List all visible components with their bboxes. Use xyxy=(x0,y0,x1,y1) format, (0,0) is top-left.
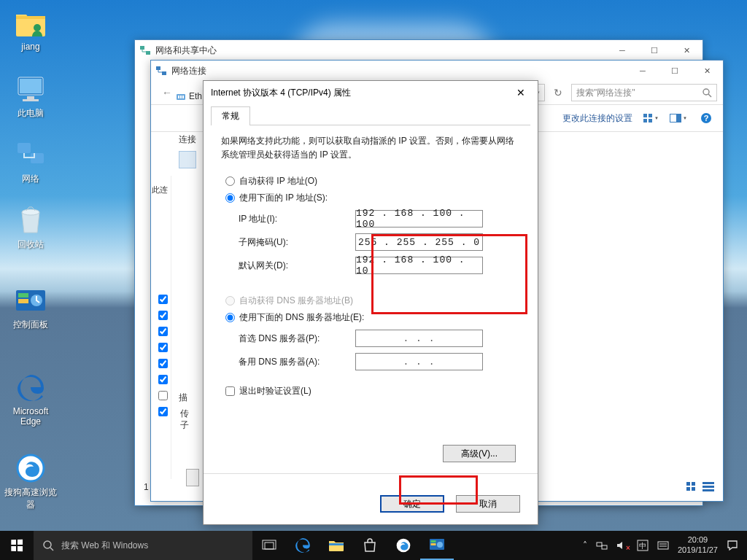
view-details[interactable] xyxy=(703,482,714,492)
task-view-button[interactable] xyxy=(252,531,286,560)
svg-rect-9 xyxy=(18,293,28,298)
svg-rect-3 xyxy=(27,96,34,99)
view-large-icons[interactable] xyxy=(686,482,698,492)
nsc-item-marker: 1 xyxy=(144,482,149,492)
label-ip-address: IP 地址(I): xyxy=(239,213,355,225)
adapter-icon-fragment xyxy=(179,151,196,168)
advanced-button[interactable]: 高级(V)... xyxy=(443,445,516,462)
taskbar-app-sogou[interactable] xyxy=(387,531,420,560)
checkbox-item[interactable] xyxy=(158,311,168,320)
window-title: 网络和共享中心 xyxy=(155,44,217,57)
label-validate-on-exit: 退出时验证设置(L) xyxy=(239,385,311,397)
view-options-button[interactable]: ▼ xyxy=(641,109,660,127)
clock-time: 20:09 xyxy=(678,535,718,545)
desktop-icon-recycle-bin[interactable]: 回收站 xyxy=(4,204,58,251)
svg-rect-36 xyxy=(431,540,436,542)
desktop-icon-control-panel[interactable]: 控制面板 xyxy=(4,284,58,331)
cmd-change-connection-settings[interactable]: 更改此连接的设置 xyxy=(562,112,632,125)
cancel-button[interactable]: 取消 xyxy=(456,495,520,513)
radio-obtain-dns-auto xyxy=(225,296,235,306)
desktop-icon-edge[interactable]: Microsoft Edge xyxy=(4,372,58,427)
desktop-icon-sogou[interactable]: 搜狗高速浏览器 xyxy=(4,452,58,511)
search-input[interactable]: 搜索"网络连接" xyxy=(571,84,717,101)
minimize-button[interactable]: ─ xyxy=(606,40,638,61)
label-use-following-ip: 使用下面的 IP 地址(S): xyxy=(239,192,328,204)
clipped-panel: 此连 xyxy=(151,176,171,479)
desktop-label: 此电脑 xyxy=(4,107,58,120)
close-button[interactable]: ✕ xyxy=(691,61,723,81)
checkbox-item[interactable] xyxy=(158,359,168,368)
taskbar-app-control-panel[interactable] xyxy=(420,531,454,560)
close-button[interactable]: ✕ xyxy=(670,40,703,61)
close-button[interactable]: ✕ xyxy=(511,83,530,102)
input-default-gateway[interactable]: 192 . 168 . 100 . 10 xyxy=(355,257,483,274)
svg-rect-39 xyxy=(597,542,602,546)
maximize-button[interactable]: ☐ xyxy=(638,40,670,61)
start-button[interactable] xyxy=(0,531,34,560)
search-placeholder: 搜索"网络连接" xyxy=(576,87,635,99)
desktop-icon-user-folder[interactable]: jiang xyxy=(4,7,58,52)
radio-obtain-ip-auto[interactable] xyxy=(225,176,235,186)
svg-rect-19 xyxy=(649,114,652,117)
titlebar[interactable]: 网络连接 ─ ☐ ✕ xyxy=(151,61,723,81)
svg-rect-28 xyxy=(180,96,182,98)
checkbox-item[interactable] xyxy=(158,295,168,304)
taskbar-app-store[interactable] xyxy=(353,531,387,560)
svg-rect-40 xyxy=(602,545,607,549)
checkbox-item[interactable] xyxy=(158,407,168,416)
input-alternate-dns[interactable]: . . . xyxy=(355,353,483,370)
chevron-down-icon: ▼ xyxy=(654,116,659,120)
checkbox-item[interactable] xyxy=(158,343,168,352)
taskbar-search[interactable]: 搜索 Web 和 Windows xyxy=(34,531,252,560)
refresh-button[interactable]: ↻ xyxy=(548,84,568,101)
minimize-button[interactable]: ─ xyxy=(627,61,659,81)
taskbar[interactable]: 搜索 Web 和 Windows ˄ × 中 20:09 2019 xyxy=(0,531,747,560)
frag-label: 连接 xyxy=(179,133,196,146)
svg-point-7 xyxy=(22,209,39,215)
input-ip-address[interactable]: 192 . 168 . 100 . 100 xyxy=(355,210,483,228)
checkbox-item[interactable] xyxy=(158,327,168,336)
edge-icon xyxy=(15,372,47,404)
svg-rect-21 xyxy=(649,119,652,122)
dialog-ipv4-properties[interactable]: Internet 协议版本 4 (TCP/IPv4) 属性 ✕ 常规 如果网络支… xyxy=(203,80,538,525)
input-preferred-dns[interactable]: . . . xyxy=(355,330,483,347)
ok-button[interactable]: 确定 xyxy=(380,495,444,513)
back-button[interactable]: ← xyxy=(157,84,177,101)
tray-show-hidden-icons[interactable]: ˄ xyxy=(583,540,587,551)
svg-rect-2 xyxy=(20,79,42,93)
desktop-icon-network[interactable]: 网络 xyxy=(4,139,58,185)
preview-pane-button[interactable]: ▼ xyxy=(669,109,688,127)
taskbar-app-file-explorer[interactable] xyxy=(320,531,353,560)
svg-point-30 xyxy=(44,541,51,548)
svg-point-38 xyxy=(437,542,443,548)
desktop-label: 搜狗高速浏览器 xyxy=(4,486,58,511)
frag-label: 子 xyxy=(180,419,189,432)
checkbox-validate-on-exit[interactable] xyxy=(225,386,235,396)
help-button[interactable]: ? xyxy=(697,109,716,127)
tray-input-indicator[interactable] xyxy=(657,540,669,551)
radio-use-following-ip[interactable] xyxy=(225,193,235,203)
tray-network-icon[interactable] xyxy=(596,540,608,551)
view-switcher xyxy=(686,482,714,492)
label-preferred-dns: 首选 DNS 服务器(P): xyxy=(239,332,355,345)
tray-clock[interactable]: 20:09 2019/11/27 xyxy=(678,535,718,556)
checkbox-item[interactable] xyxy=(158,375,168,384)
taskbar-app-edge[interactable] xyxy=(286,531,320,560)
label-obtain-dns-auto: 自动获得 DNS 服务器地址(B) xyxy=(239,295,353,307)
tab-general[interactable]: 常规 xyxy=(211,106,250,125)
radio-use-following-dns[interactable] xyxy=(225,313,235,322)
checkbox-item[interactable] xyxy=(158,391,168,400)
input-subnet-mask[interactable]: 255 . 255 . 255 . 0 xyxy=(355,233,483,251)
titlebar[interactable]: 网络和共享中心 ─ ☐ ✕ xyxy=(135,40,703,61)
desktop-icon-this-pc[interactable]: 此电脑 xyxy=(4,73,58,120)
chevron-down-icon: ▼ xyxy=(683,116,687,120)
svg-rect-27 xyxy=(178,96,179,98)
tray-action-center-icon[interactable] xyxy=(727,540,738,551)
dialog-titlebar[interactable]: Internet 协议版本 4 (TCP/IPv4) 属性 ✕ xyxy=(204,81,538,104)
maximize-button[interactable]: ☐ xyxy=(659,61,691,81)
tray-ime-icon[interactable]: 中 xyxy=(637,540,649,551)
svg-rect-23 xyxy=(676,114,681,122)
window-title: 网络连接 xyxy=(171,65,206,77)
system-tray[interactable]: ˄ × 中 20:09 2019/11/27 xyxy=(574,535,747,556)
tray-volume-icon[interactable]: × xyxy=(616,540,628,551)
